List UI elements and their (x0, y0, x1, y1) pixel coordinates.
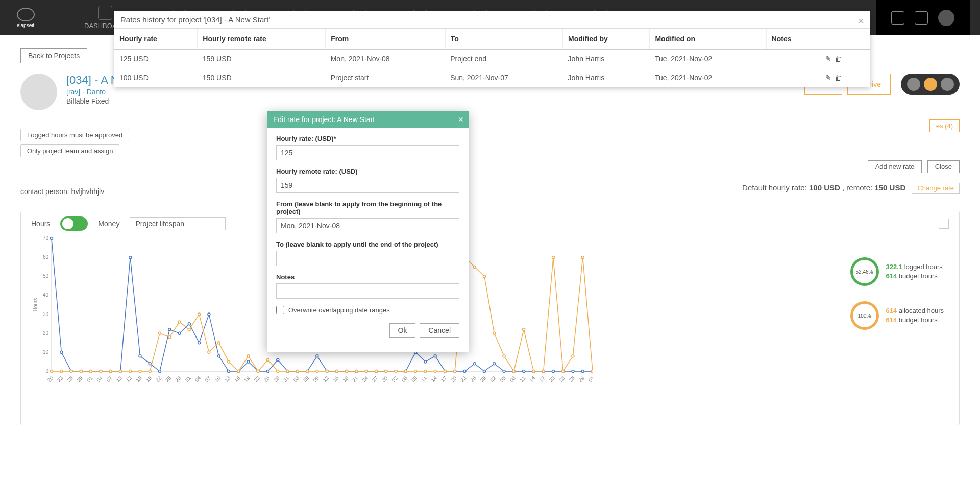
svg-point-110 (473, 363, 476, 365)
help-icon[interactable] (915, 11, 928, 25)
toggle-knob (62, 218, 74, 229)
svg-point-120 (572, 370, 574, 373)
svg-point-77 (149, 363, 151, 365)
svg-text:26: 26 (66, 375, 74, 383)
add-new-rate-button[interactable]: Add new rate (868, 160, 922, 173)
table-cell-modon: Tue, 2021-Nov-02 (650, 68, 766, 87)
svg-point-124 (60, 370, 63, 373)
logo-text: elapseit (17, 22, 34, 28)
svg-point-158 (395, 370, 397, 373)
hours-money-toggle[interactable] (60, 216, 88, 231)
svg-point-105 (424, 360, 427, 363)
svg-point-131 (129, 370, 132, 373)
table-cell-hourly: 125 USD (114, 50, 198, 68)
calendar-picker-icon[interactable] (939, 219, 949, 229)
change-rate-button[interactable]: Change rate (912, 183, 960, 194)
svg-text:Hours: Hours (33, 298, 38, 312)
back-to-projects-button[interactable]: Back to Projects (20, 48, 87, 63)
overwrite-checkbox[interactable] (276, 306, 284, 314)
close-icon[interactable]: × (458, 114, 463, 125)
svg-text:50: 50 (43, 273, 49, 279)
svg-text:25: 25 (164, 375, 173, 383)
svg-text:23: 23 (558, 375, 566, 383)
svg-text:30: 30 (43, 311, 49, 317)
svg-point-135 (168, 336, 171, 339)
table-cell-to: Sun, 2021-Nov-07 (445, 68, 562, 87)
svg-point-81 (188, 323, 190, 325)
svg-point-121 (581, 370, 584, 373)
svg-point-144 (257, 370, 259, 373)
status-traffic-light[interactable] (901, 74, 960, 95)
hourly-rate-input[interactable] (276, 145, 459, 160)
table-row: 125 USD159 USDMon, 2021-Nov-08Project en… (114, 50, 870, 68)
svg-point-166 (473, 266, 476, 268)
svg-text:21: 21 (351, 375, 359, 383)
table-cell-remote: 150 USD (198, 68, 326, 87)
svg-text:22: 22 (155, 375, 163, 383)
edit-icon[interactable]: ✎ (825, 55, 831, 63)
svg-text:05: 05 (401, 375, 409, 383)
timespan-dropdown[interactable]: Project lifespan (130, 217, 226, 230)
svg-point-85 (227, 370, 230, 373)
tag-approval: Logged hours must be approved (20, 129, 129, 141)
svg-text:22: 22 (253, 375, 261, 383)
close-icon[interactable]: × (858, 15, 864, 27)
svg-text:29: 29 (479, 375, 487, 383)
notes-input[interactable] (276, 283, 459, 299)
user-avatar[interactable] (938, 10, 954, 26)
col-modon: Modified on (650, 29, 766, 50)
chart-stats: 52.46% 322.1 logged hours 614 budget hou… (850, 257, 944, 330)
settings-icon[interactable] (891, 11, 904, 25)
stat-logged: 52.46% 322.1 logged hours 614 budget hou… (850, 257, 944, 286)
svg-point-89 (267, 370, 270, 373)
close-rates-button[interactable]: Close (927, 160, 960, 173)
table-cell-hourly: 100 USD (114, 68, 198, 87)
svg-text:01: 01 (86, 375, 94, 383)
svg-point-164 (454, 370, 456, 373)
svg-point-80 (178, 332, 181, 334)
svg-text:07: 07 (105, 375, 113, 383)
svg-text:26: 26 (568, 375, 576, 383)
chart-header: Hours Money Project lifespan (31, 216, 949, 231)
delete-icon[interactable]: 🗑 (835, 74, 842, 82)
app-logo[interactable]: elapseit (10, 8, 41, 28)
default-remote-rate: 150 USD (874, 183, 905, 192)
project-client-link[interactable]: [rav] - Danto (66, 88, 160, 96)
status-dot-1 (907, 78, 920, 91)
svg-text:70: 70 (43, 236, 49, 241)
rates-table-header: Hourly rate Hourly remote rate From To M… (114, 29, 870, 50)
svg-point-175 (562, 370, 565, 373)
svg-point-84 (217, 355, 220, 357)
svg-text:01: 01 (184, 375, 192, 383)
svg-point-143 (247, 355, 250, 357)
table-cell-modon: Tue, 2021-Nov-02 (650, 50, 766, 68)
from-date-input[interactable] (276, 218, 459, 233)
svg-text:20: 20 (450, 375, 458, 383)
remote-rate-label: Hourly remote rate: (USD) (276, 167, 459, 175)
milestones-link[interactable]: es (4) (929, 119, 960, 132)
stat-allocated: 100% 614 allocated hours 614 budget hour… (850, 301, 944, 330)
overwrite-checkbox-row: Overwrite overlapping date ranges (276, 306, 459, 314)
delete-icon[interactable]: 🗑 (835, 55, 842, 63)
svg-point-174 (552, 256, 554, 259)
svg-text:24: 24 (361, 375, 369, 383)
svg-text:17: 17 (440, 375, 448, 383)
svg-point-118 (552, 370, 554, 373)
table-cell-remote: 159 USD (198, 50, 326, 68)
remote-rate-input[interactable] (276, 178, 459, 193)
ok-button[interactable]: Ok (389, 323, 416, 338)
table-row: 100 USD150 USDProject startSun, 2021-Nov… (114, 68, 870, 87)
edit-modal-actions: Ok Cancel (276, 323, 459, 345)
svg-point-153 (346, 370, 348, 373)
dashboard-icon (98, 6, 112, 20)
svg-point-159 (404, 370, 407, 373)
col-hourly: Hourly rate (114, 29, 198, 50)
cancel-button[interactable]: Cancel (420, 323, 459, 338)
svg-text:13: 13 (224, 375, 232, 383)
to-date-input[interactable] (276, 251, 459, 266)
svg-point-94 (316, 355, 318, 357)
svg-point-76 (139, 355, 141, 357)
rates-modal-title: Rates history for project '[034] - A New… (114, 11, 870, 29)
edit-icon[interactable]: ✎ (825, 74, 831, 82)
svg-text:25: 25 (263, 375, 271, 383)
